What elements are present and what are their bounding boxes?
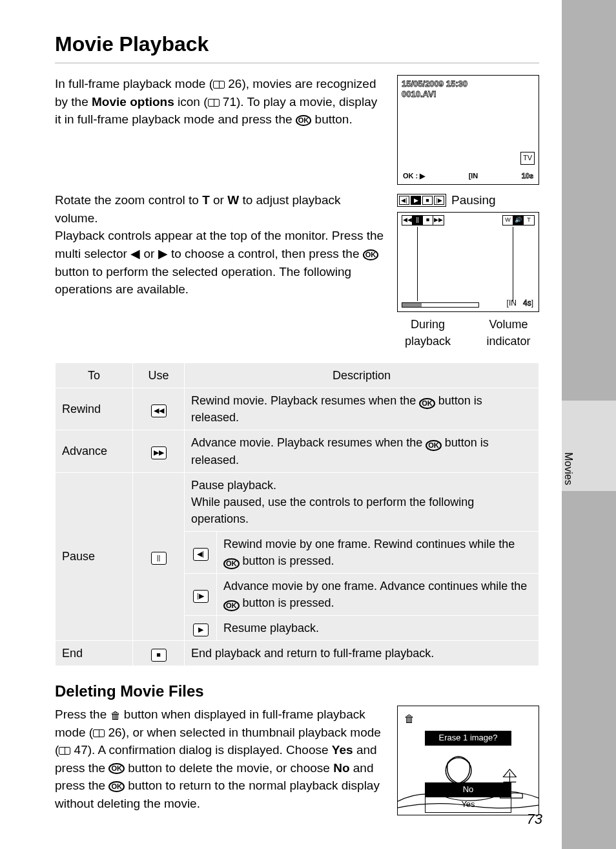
th-use: Use xyxy=(133,363,185,388)
svg-point-0 xyxy=(446,758,471,784)
screen-ok-hint: OK : ▶ xyxy=(403,171,425,182)
ok-icon: OK xyxy=(296,115,312,126)
progress-bar xyxy=(402,302,479,308)
rewind-icon: ◀◀ xyxy=(151,404,167,417)
page: Movie Playback In full-frame playback mo… xyxy=(0,0,562,849)
row-to: End xyxy=(56,641,133,666)
volume-paragraph: Rotate the zoom control to T or W to adj… xyxy=(55,191,384,350)
delete-paragraph: Press the 🗑 button when displayed in ful… xyxy=(55,706,384,815)
page-number: 73 xyxy=(527,809,542,830)
row-desc: End playback and return to full-frame pl… xyxy=(185,641,539,666)
advance-frame-icon: |▶ xyxy=(434,196,444,205)
row-desc: Resume playback. xyxy=(217,616,539,641)
book-icon xyxy=(208,99,220,107)
yes-label: Yes xyxy=(332,743,353,757)
rewind-frame-icon: ◀| xyxy=(193,548,209,561)
table-row-rewind: Rewind ◀◀ Rewind movie. Playback resumes… xyxy=(56,388,539,430)
screen2-time: [IN 4s] xyxy=(507,298,533,309)
play-icon: ▶ xyxy=(193,624,209,636)
callout-line xyxy=(513,227,513,301)
intro-text: icon ( xyxy=(174,95,208,109)
play-icon: ▶ xyxy=(411,196,421,205)
intro-paragraph: In full-frame playback mode ( 26), movie… xyxy=(55,75,384,185)
row-desc: Rewind movie by one frame. Rewind contin… xyxy=(217,531,539,573)
ok-icon: OK xyxy=(223,600,240,611)
advance-frame-icon: |▶ xyxy=(193,590,209,603)
intro-text: In full-frame playback mode ( xyxy=(55,77,213,90)
th-to: To xyxy=(56,363,133,388)
advance-icon: ▶▶ xyxy=(433,216,444,225)
ok-icon: OK xyxy=(426,440,442,451)
vol-text: to choose a control, then press the xyxy=(168,247,363,260)
advance-icon: ▶▶ xyxy=(151,446,167,459)
delete-yes-option: Yes xyxy=(425,797,511,813)
no-label: No xyxy=(333,761,349,775)
rewind-frame-icon: ◀| xyxy=(399,196,409,205)
row-desc: Pause playback. While paused, use the co… xyxy=(185,472,539,531)
stop-icon: ■ xyxy=(151,649,167,662)
deleting-title: Deleting Movie Files xyxy=(55,680,539,703)
vol-text: or xyxy=(140,247,158,260)
camera-screen-playback: 15/05/2009 15:30 0010.AVI TV OK : ▶ [IN … xyxy=(397,75,539,185)
table-row-pause-intro: Pause || Pause playback. While paused, u… xyxy=(56,472,539,531)
ok-icon: OK xyxy=(108,781,125,792)
volume-indicator: W 🔊 T xyxy=(502,215,535,225)
row-desc: Advance movie. Playback resumes when the… xyxy=(185,430,539,472)
triangle-right-icon xyxy=(158,247,168,260)
screen-duration: 10s xyxy=(522,171,533,182)
title-divider: Movie Playback xyxy=(55,29,539,63)
zoom-w: W xyxy=(227,193,239,207)
ok-icon: OK xyxy=(419,398,435,409)
ok-icon: OK xyxy=(108,763,125,774)
screen-memory: IN xyxy=(471,172,478,180)
screen-filename: 0010.AVI xyxy=(402,89,436,101)
row-to: Advance xyxy=(56,430,133,472)
stop-icon: ■ xyxy=(423,216,433,225)
rewind-icon: ◀◀ xyxy=(402,216,413,225)
row-desc: Advance movie by one frame. Advance cont… xyxy=(217,574,539,616)
triangle-left-icon xyxy=(130,247,140,260)
tv-icon: TV xyxy=(520,152,535,165)
vol-w: W xyxy=(503,216,513,225)
vol-text: or xyxy=(210,193,227,207)
book-icon xyxy=(213,81,225,89)
vol-text: Rotate the zoom control to xyxy=(55,193,202,207)
pausing-label: Pausing xyxy=(451,191,496,209)
trash-icon: 🗑 xyxy=(110,708,121,723)
pause-icon: || xyxy=(413,216,423,225)
delete-no-option: No xyxy=(425,782,511,797)
operations-table: To Use Description Rewind ◀◀ Rewind movi… xyxy=(55,362,539,666)
volume-indicator-label: Volume indicator xyxy=(478,316,539,350)
stop-icon: ■ xyxy=(422,196,433,205)
ok-icon: OK xyxy=(223,558,240,569)
vol-t: T xyxy=(524,216,534,225)
ok-icon: OK xyxy=(363,249,379,260)
vol-speaker-icon: 🔊 xyxy=(513,216,524,225)
book-icon xyxy=(59,747,70,755)
table-row-end: End ■ End playback and return to full-fr… xyxy=(56,641,539,666)
during-playback-label: During playback xyxy=(397,316,458,350)
section-label: Movies xyxy=(561,452,576,485)
row-to: Rewind xyxy=(56,388,133,430)
trash-icon: 🗑 xyxy=(404,711,415,726)
progress-fill xyxy=(402,303,422,307)
pause-icon: || xyxy=(151,552,167,565)
row-to: Pause xyxy=(56,472,133,641)
th-desc: Description xyxy=(185,363,539,388)
control-group-callout: ◀| ▶ ■ |▶ xyxy=(397,194,446,207)
book-icon xyxy=(93,729,105,737)
row-desc: Rewind movie. Playback resumes when the … xyxy=(185,388,539,430)
playback-controls: ◀◀ || ■ ▶▶ xyxy=(402,215,444,225)
callout-line xyxy=(417,227,418,301)
delete-confirm-screen: 🗑 Erase 1 image? No Yes xyxy=(397,706,539,815)
zoom-t: T xyxy=(202,193,210,207)
movie-options-label: Movie options xyxy=(92,95,174,109)
page-title: Movie Playback xyxy=(55,29,539,59)
camera-screen-controls: ◀◀ || ■ ▶▶ W 🔊 T [IN xyxy=(397,212,539,312)
pausing-callout: ◀| ▶ ■ |▶ Pausing xyxy=(397,191,539,209)
table-row-advance: Advance ▶▶ Advance movie. Playback resum… xyxy=(56,430,539,472)
vol-text: button to perform the selected operation… xyxy=(55,265,351,297)
erase-prompt: Erase 1 image? xyxy=(425,731,511,746)
intro-text: button. xyxy=(311,112,352,126)
